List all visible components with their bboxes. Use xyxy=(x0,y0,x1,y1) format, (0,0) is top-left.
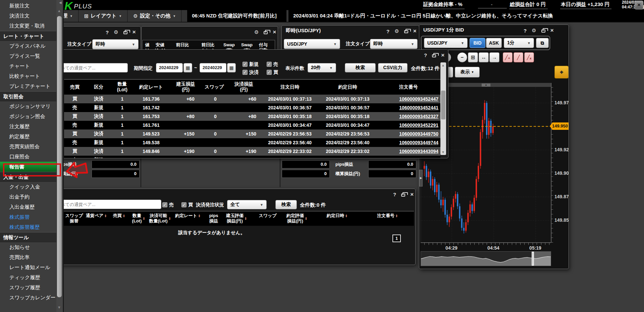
zoom-out-icon[interactable]: − xyxy=(457,52,467,62)
chart-navigator[interactable] xyxy=(421,251,551,266)
scrollbar-thumb[interactable] xyxy=(57,16,62,297)
checkbox-kai[interactable]: ✓買 xyxy=(267,69,278,75)
settle-status-select[interactable]: 全て▼ xyxy=(227,200,267,209)
table-scrollbar[interactable]: ▲ ▼ xyxy=(440,62,446,155)
close-icon[interactable]: × xyxy=(413,29,417,34)
gear-icon[interactable]: ⚙ xyxy=(532,28,536,34)
scroll-down-icon[interactable]: ▼ xyxy=(57,305,61,309)
checkbox-kessai[interactable]: ✓決済 xyxy=(243,69,259,75)
price-axis[interactable]: 149.975149.950149.925149.900149.875149.8… xyxy=(551,83,569,243)
sidebar-item[interactable]: 注文変更・取消 xyxy=(0,21,57,31)
duplicate-chart-icon[interactable]: ⧉ xyxy=(536,38,549,48)
column-header[interactable]: 決済可能数量(Lot)▲▼ xyxy=(149,213,171,224)
search-button[interactable]: 検索 xyxy=(275,200,297,209)
fit-width-icon[interactable]: ↔ xyxy=(479,52,489,62)
scroll-up-icon[interactable]: ▲ xyxy=(57,9,61,13)
sidebar-item[interactable]: ティック履歴 xyxy=(0,272,57,282)
order-number-link[interactable]: 106000093449750 xyxy=(377,129,440,138)
gear-icon[interactable]: ⚙ xyxy=(114,29,118,35)
sidebar-item[interactable]: プライス一覧 xyxy=(0,51,57,61)
table-row[interactable]: 売 新規1161.761 2024/03/01 00:34:472024/03/… xyxy=(64,121,440,129)
sidebar-item[interactable]: 売買実績照会 xyxy=(0,142,57,152)
close-icon[interactable]: × xyxy=(273,30,276,35)
menu-settings[interactable]: ⚙ 設定・その他▼ xyxy=(128,10,182,22)
column-header[interactable]: 建玉評価損益(円)▲▼ xyxy=(226,213,247,224)
restore-icon[interactable] xyxy=(264,31,268,34)
fit-both-icon[interactable]: ⊞ xyxy=(468,52,478,62)
close-icon[interactable]: × xyxy=(132,30,136,35)
close-icon[interactable]: × xyxy=(550,28,554,33)
restore-icon[interactable] xyxy=(541,30,545,33)
column-header[interactable]: 売買 xyxy=(64,80,86,95)
collapse-up-icon[interactable]: ▲ xyxy=(482,84,490,87)
order-type-select[interactable]: 即時▼ xyxy=(92,39,139,49)
chart-pair-select[interactable]: USD/JPY▼ xyxy=(424,38,468,48)
column-header[interactable]: 区分 xyxy=(86,80,112,95)
app-close-button[interactable]: × xyxy=(635,1,643,9)
help-icon[interactable]: ? xyxy=(386,29,389,34)
sidebar-item[interactable]: 株式振替 xyxy=(0,212,57,222)
gear-icon[interactable]: ⚙ xyxy=(254,29,259,35)
sidebar-item[interactable]: 口座照会 xyxy=(0,152,57,162)
menu-layout[interactable]: ⊞ レイアウト▼ xyxy=(79,10,128,22)
restore-icon[interactable] xyxy=(404,30,408,33)
order-number-link[interactable]: 106000093449744 xyxy=(377,138,440,147)
table-row[interactable]: 売 新規1149.538 2024/02/29 23:56:402024/02/… xyxy=(64,138,440,147)
date-to-input[interactable]: 20240229 xyxy=(200,63,226,72)
help-icon[interactable]: ? xyxy=(106,30,109,35)
column-header[interactable]: 約定評価損益(円)▲▼ xyxy=(286,213,307,224)
gear-icon[interactable]: ⚙ xyxy=(394,28,399,34)
news-ticker-event[interactable]: 06:45 NZD 住宅建設許可件数[前月比] xyxy=(187,10,286,22)
order-number-link[interactable]: 106000093452327 xyxy=(377,112,440,121)
help-icon[interactable]: ? xyxy=(524,28,527,34)
sidebar-item[interactable]: プライスパネル xyxy=(0,41,57,51)
table-row[interactable]: 売 新規1161.742 2024/03/01 00:36:572024/03/… xyxy=(64,103,440,112)
csv-export-button[interactable]: CSV出力 xyxy=(378,63,408,72)
sidebar-item[interactable]: スワップ履歴 xyxy=(0,282,57,293)
sidebar-item[interactable]: クイック入金 xyxy=(0,182,57,192)
order-number-link[interactable] xyxy=(377,156,440,159)
ask-button[interactable]: ASK xyxy=(486,38,502,48)
column-header[interactable]: 通貨ペア▲▼ xyxy=(86,213,107,218)
column-header[interactable]: スワップ xyxy=(259,213,276,218)
sidebar-item[interactable]: 約定履歴 xyxy=(0,132,57,142)
sidebar-item[interactable]: レート通知メール xyxy=(0,262,57,272)
interval-select[interactable]: 1分▼ xyxy=(504,38,534,48)
draw-trendline-edit-icon[interactable]: ╱ xyxy=(514,52,523,62)
bid-button[interactable]: BID xyxy=(470,38,485,48)
checkbox-kai[interactable]: ✓買 xyxy=(181,202,193,208)
sidebar-item[interactable]: スワップカレンダー xyxy=(0,293,57,303)
sidebar-item[interactable]: 比較チャート xyxy=(0,71,57,81)
column-header[interactable]: 注文番号▲▼ xyxy=(377,213,398,218)
table-row[interactable]: 買 決済1161.736 +600+60 2024/03/01 00:37:13… xyxy=(64,95,440,103)
sidebar-item[interactable]: プレミアチャート xyxy=(0,81,57,91)
column-header[interactable]: スワップ振替 xyxy=(65,213,83,224)
scroll-down-icon[interactable]: ▼ xyxy=(441,150,445,154)
sidebar-item[interactable]: 株式振替履歴 xyxy=(0,222,57,232)
pair-search-input[interactable] xyxy=(53,63,128,72)
scrollbar-thumb[interactable] xyxy=(441,91,445,119)
table-row[interactable]: 売 新規1149.843 xyxy=(64,156,440,159)
checkbox-shinki[interactable]: ✓新規 xyxy=(243,61,259,67)
draw-trendline-delete-icon[interactable]: ╱ₓ xyxy=(524,52,534,62)
checkbox-uri[interactable]: ✓売 xyxy=(162,202,174,208)
column-header[interactable]: 約定日時 xyxy=(319,80,376,95)
column-header[interactable]: 決済損益(円) xyxy=(227,80,261,95)
restore-icon[interactable] xyxy=(401,194,405,197)
sidebar-scrollbar[interactable]: ▲ ▼ xyxy=(56,0,62,312)
sidebar-item[interactable]: ポジションサマリ xyxy=(0,101,57,111)
sidebar-item[interactable]: 決済注文 xyxy=(0,11,57,21)
display-count-select[interactable]: 20件▼ xyxy=(308,63,336,72)
column-header[interactable]: 売買▲▼ xyxy=(113,213,125,218)
column-header[interactable]: 建玉損益(円) xyxy=(170,80,202,95)
restore-icon[interactable] xyxy=(432,54,436,57)
order-number-link[interactable]: 106000093452291 xyxy=(377,121,440,129)
help-icon[interactable]: ? xyxy=(393,192,396,197)
column-header[interactable]: 注文日時 xyxy=(261,80,319,95)
column-header[interactable]: pips損益 xyxy=(209,213,218,224)
crosshair-tool-button[interactable]: ⌖ xyxy=(554,66,569,79)
calendar-icon[interactable]: ▦ xyxy=(227,63,236,72)
sidebar-item[interactable]: 新規注文 xyxy=(0,1,57,11)
draw-trendline-add-icon[interactable]: ╱₊ xyxy=(503,52,513,62)
sidebar-item[interactable]: 出金予約 xyxy=(0,192,57,202)
